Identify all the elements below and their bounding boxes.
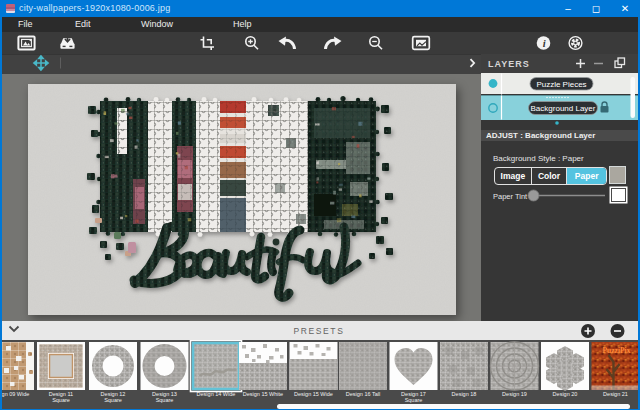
svg-text:PuzziPix: PuzziPix bbox=[603, 346, 631, 355]
svg-text:LAYERS: LAYERS bbox=[488, 59, 530, 69]
svg-text:PRESETS: PRESETS bbox=[294, 326, 345, 336]
svg-text:Background Layer: Background Layer bbox=[531, 104, 596, 113]
svg-text:Puzzle Pieces: Puzzle Pieces bbox=[536, 80, 586, 89]
svg-text:i: i bbox=[543, 38, 546, 49]
